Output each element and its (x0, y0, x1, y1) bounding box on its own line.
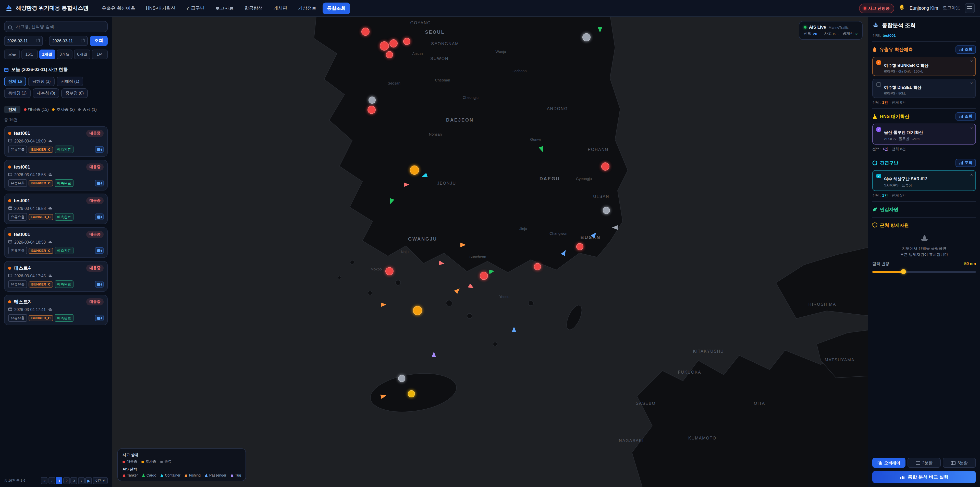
nav-item-6[interactable]: 게시판 (269, 2, 292, 14)
incident-marker[interactable] (408, 390, 415, 398)
nav-item-1[interactable]: 유출유 확산예측 (97, 2, 140, 14)
ship-marker[interactable] (612, 225, 617, 230)
date-to-field[interactable]: 2026-03-11 (49, 36, 88, 46)
status-filter-2[interactable]: 대응중 (13) (24, 107, 49, 112)
slider-handle[interactable] (901, 270, 906, 275)
hns-scenario-item[interactable]: ✓ 울산 톨루엔 대기확산ALOHA · 톨루엔 1.2km × (872, 124, 976, 145)
incident-card-2[interactable]: test001대응중2026-03-04 18:58유류유출BUNKER_C예측… (4, 160, 108, 190)
incident-marker[interactable] (603, 207, 610, 214)
region-filter-4[interactable]: 동해청 (1) (4, 88, 30, 98)
status-filter-4[interactable]: 종료 (1) (78, 107, 97, 112)
incident-marker[interactable] (601, 163, 609, 171)
checkbox-checked[interactable]: ✓ (877, 127, 881, 132)
page-button-1[interactable]: 1 (56, 477, 62, 484)
incident-card-4[interactable]: test001대응중2026-03-04 18:58유류유출BUNKER_C예측… (4, 227, 108, 258)
ship-marker[interactable] (512, 327, 516, 332)
incident-marker[interactable] (361, 27, 369, 36)
page-button-3[interactable]: 3 (71, 477, 77, 484)
incident-marker[interactable] (413, 306, 422, 315)
view-split2-button[interactable]: 2분할 (907, 458, 941, 468)
ship-marker[interactable] (438, 260, 445, 266)
ship-marker[interactable] (460, 242, 466, 247)
ship-marker[interactable] (561, 249, 568, 256)
search-input[interactable] (4, 21, 108, 32)
region-filter-5[interactable]: 제주청 (0) (33, 88, 59, 98)
radius-slider[interactable] (872, 269, 976, 275)
hns-query-button[interactable]: 조회 (956, 112, 976, 121)
logout-link[interactable]: 로그아웃 (943, 5, 960, 11)
incident-marker[interactable] (410, 166, 419, 175)
camera-button[interactable] (95, 315, 103, 321)
incident-marker[interactable] (390, 39, 398, 48)
incident-card-1[interactable]: test001대응중2026-03-04 19:00유류유출BUNKER_C예측… (4, 126, 108, 157)
camera-button[interactable] (95, 146, 103, 153)
ship-marker[interactable] (431, 352, 436, 357)
status-filter-3[interactable]: 조사중 (2) (52, 107, 75, 112)
date-from-field[interactable]: 2026-02-11 (4, 36, 43, 46)
camera-button[interactable] (95, 214, 103, 220)
checkbox-checked[interactable]: ✓ (877, 60, 881, 65)
autoplay-button[interactable]: ▶ (86, 477, 92, 484)
range-chip-5[interactable]: 6개월 (74, 49, 90, 59)
incident-card-5[interactable]: 테스트4대응중2026-03-04 17:45유류유출BUNKER_C예측완료 (4, 261, 108, 292)
ship-marker[interactable] (468, 283, 475, 290)
incident-marker[interactable] (403, 38, 410, 45)
region-filter-1[interactable]: 전체 16 (4, 77, 26, 86)
camera-button[interactable] (95, 247, 103, 254)
incident-card-3[interactable]: test001대응중2026-03-04 18:58유류유출BUNKER_C예측… (4, 193, 108, 224)
checkbox-checked[interactable]: ✓ (877, 174, 881, 178)
region-filter-3[interactable]: 서해청 (1) (57, 77, 83, 86)
map-canvas[interactable]: GOYANGSEOULSEONGNAMAnsanSUWONWonjuJecheo… (112, 17, 868, 487)
incident-marker[interactable] (369, 97, 375, 104)
page-button-2[interactable]: 2 (63, 477, 70, 484)
oil-query-button[interactable]: 조회 (956, 45, 976, 54)
incident-marker[interactable] (480, 272, 488, 280)
sar-scenario-item[interactable]: ✓ 여수 해상구난 SAR #12SAROPS · 표류점 × (872, 170, 976, 191)
ship-marker[interactable] (388, 198, 394, 205)
incident-marker[interactable] (398, 375, 405, 382)
nav-item-7[interactable]: 기상정보 (293, 2, 321, 14)
incident-active-badge[interactable]: 사고 진행중 (859, 3, 894, 13)
date-query-button[interactable]: 조회 (90, 36, 108, 46)
run-analysis-button[interactable]: 통합 분석 비교 실행 (872, 471, 976, 483)
oil-scenario-item[interactable]: ✓ 여수항 BUNKER-C 확산60GPS · 6hr Drift · 150… (872, 57, 976, 76)
ship-marker[interactable] (488, 268, 495, 274)
status-filter-all[interactable]: 전체 (4, 106, 21, 113)
close-icon[interactable]: × (970, 172, 973, 177)
region-filter-6[interactable]: 중부청 (0) (61, 88, 88, 98)
incident-marker[interactable] (368, 106, 375, 114)
nav-item-4[interactable]: 보고자료 (211, 2, 239, 14)
hamburger-menu-icon[interactable] (965, 3, 975, 13)
camera-button[interactable] (95, 180, 103, 187)
incident-marker[interactable] (582, 33, 590, 42)
incident-marker[interactable] (534, 263, 541, 270)
ship-marker[interactable] (380, 393, 387, 399)
next-page-button[interactable]: › (78, 477, 85, 484)
nav-item-2[interactable]: HNS·대기확산 (142, 2, 180, 14)
ship-marker[interactable] (380, 302, 386, 307)
page-size-select[interactable]: 6건 ∨ (93, 477, 108, 484)
region-filter-2[interactable]: 남해청 (3) (28, 77, 55, 86)
first-page-button[interactable]: « (41, 477, 48, 484)
close-icon[interactable]: × (970, 81, 973, 86)
incident-marker[interactable] (385, 267, 393, 275)
range-chip-2[interactable]: 15일 (22, 49, 38, 59)
sar-query-button[interactable]: 조회 (956, 159, 976, 167)
checkbox-unchecked[interactable] (877, 82, 881, 87)
range-chip-1[interactable]: 오늘 (4, 49, 20, 59)
close-icon[interactable]: × (970, 59, 973, 64)
range-chip-4[interactable]: 3개월 (57, 49, 73, 59)
ship-marker[interactable] (538, 146, 545, 153)
nav-item-5[interactable]: 항공탐색 (240, 2, 267, 14)
close-icon[interactable]: × (970, 126, 973, 131)
range-chip-3[interactable]: 1개월 (39, 49, 55, 59)
prev-page-button[interactable]: ‹ (48, 477, 55, 484)
ship-marker[interactable] (590, 231, 598, 238)
ship-marker[interactable] (404, 182, 409, 187)
oil-scenario-item[interactable]: 여수항 DIESEL 확산60GPS · 80kL × (872, 79, 976, 98)
camera-button[interactable] (95, 281, 103, 287)
range-chip-6[interactable]: 1년 (92, 49, 108, 59)
nav-item-3[interactable]: 긴급구난 (182, 2, 209, 14)
bell-icon[interactable] (899, 3, 905, 13)
incident-marker[interactable] (380, 42, 389, 51)
